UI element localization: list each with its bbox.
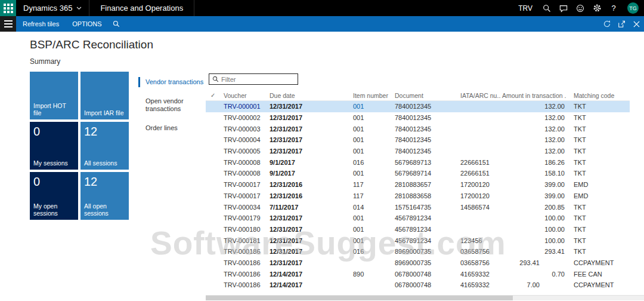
nav-item-open-vendor-transactions[interactable]: Open vendor transactions <box>138 96 204 114</box>
cell-document: 4567891234 <box>394 226 459 233</box>
table-row[interactable]: TRV-00018612/31/201701689690007350365875… <box>206 246 630 257</box>
feedback-button[interactable] <box>572 0 589 16</box>
cell-due-date: 12/14/2017 <box>268 281 352 288</box>
cell-item-number: 890 <box>352 271 394 278</box>
filter-search-icon <box>212 76 219 82</box>
cell-voucher: TRV-000181 <box>222 237 268 244</box>
app-name-menu[interactable]: Dynamics 365 <box>16 0 89 16</box>
close-button[interactable] <box>629 16 644 32</box>
close-icon <box>633 21 640 27</box>
cell-matching-code: TKT <box>566 204 630 211</box>
cell-document: 7840012345 <box>394 148 459 155</box>
cell-matching-code: TKT <box>566 114 630 121</box>
cell-document: 0678000748 <box>394 281 459 288</box>
cell-iata-arc: 03658756 <box>459 248 501 255</box>
tile-count: 12 <box>84 175 125 188</box>
filter-box[interactable] <box>209 73 298 85</box>
column-header-item-number[interactable]: Item number <box>352 92 394 99</box>
select-all-icon[interactable]: ✓ <box>206 92 222 99</box>
tile-my-sessions[interactable]: 0 My sessions <box>30 122 78 170</box>
tile-my-open-sessions[interactable]: 0 My open sessions <box>30 172 78 220</box>
cell-matching-code: TKT <box>566 125 630 133</box>
table-row[interactable]: TRV-00000212/31/20170017840012345132.00T… <box>206 112 630 124</box>
filter-input[interactable] <box>221 76 293 83</box>
search-button[interactable] <box>538 0 555 16</box>
side-nav: Vendor transactions Open vendor transact… <box>138 77 204 142</box>
cell-voucher: TRV-000186 <box>222 281 268 288</box>
module-name[interactable]: Finance and Operations <box>89 0 194 16</box>
hamburger-menu-icon[interactable] <box>0 16 16 32</box>
nav-item-order-lines[interactable]: Order lines <box>138 123 204 133</box>
cell-document: 8969000735 <box>394 248 459 255</box>
nav-item-vendor-transactions[interactable]: Vendor transactions <box>138 77 204 87</box>
cell-item-number: 001 <box>352 170 394 177</box>
company-picker[interactable]: TRV <box>512 4 538 13</box>
horizontal-scrollbar[interactable] <box>206 295 644 300</box>
column-header-matching-code[interactable]: Matching code <box>566 92 630 99</box>
chat-icon <box>559 4 568 13</box>
tile-import-iar-file[interactable]: Import IAR file <box>80 72 129 119</box>
column-header-iata-arc[interactable]: IATA/ARC nu... <box>459 92 501 99</box>
help-button[interactable]: ? <box>605 0 622 16</box>
cell-due-date: 12/31/2017 <box>268 259 352 266</box>
table-row[interactable]: TRV-00000412/31/20170017840012345132.00T… <box>206 134 630 146</box>
topbar-right-cluster: TRV ? TG <box>512 0 644 16</box>
cell-due-date: 12/31/2017 <box>268 248 352 255</box>
cell-voucher: TRV-000005 <box>222 148 268 155</box>
column-header-voucher[interactable]: Voucher <box>222 92 268 99</box>
column-header-amount-transaction[interactable]: Amount in transaction ... <box>501 92 566 99</box>
avatar[interactable]: TG <box>627 2 639 14</box>
refresh-button[interactable] <box>599 16 614 32</box>
refresh-tiles-button[interactable]: Refresh tiles <box>16 20 66 27</box>
table-row[interactable]: TRV-00018112/31/201700145678912341234561… <box>206 235 630 246</box>
actionbar-search-button[interactable] <box>109 16 124 32</box>
cell-document: 4567891234 <box>394 214 459 222</box>
tile-label: All sessions <box>84 159 125 167</box>
cell-matching-code: TKT <box>566 148 630 155</box>
cell-document: 7840012345 <box>394 136 459 143</box>
cell-document: 1575164735 <box>394 204 459 211</box>
table-row[interactable]: TRV-00001712/31/201611728108836581720012… <box>206 191 630 202</box>
cell-voucher: TRV-000034 <box>222 204 268 211</box>
column-header-document[interactable]: Document <box>394 92 459 99</box>
open-in-new-window-button[interactable] <box>614 16 629 32</box>
cell-voucher: TRV-000008 <box>222 170 268 177</box>
cell-due-date: 9/1/2017 <box>268 170 352 177</box>
table-row[interactable]: TRV-00000112/31/20170017840012345132.00T… <box>206 101 630 112</box>
cell-voucher[interactable]: TRV-000001 <box>222 103 268 110</box>
table-row[interactable]: TRV-0000089/1/20170015679689714226661511… <box>206 168 630 179</box>
table-row[interactable]: TRV-00000512/31/20170017840012345132.00T… <box>206 146 630 157</box>
table-row[interactable]: TRV-00018612/31/201789690007350365875629… <box>206 257 630 269</box>
table-row[interactable]: TRV-00017912/31/20170014567891234100.00T… <box>206 213 630 224</box>
table-row[interactable]: TRV-00001712/31/201611728108836571720012… <box>206 179 630 191</box>
app-launcher-waffle-icon[interactable] <box>0 0 16 16</box>
table-row[interactable]: TRV-00000312/31/20170017840012345132.00T… <box>206 123 630 134</box>
page-title: BSP/ARC Reconciliation <box>30 38 153 51</box>
options-menu[interactable]: OPTIONS <box>66 20 109 27</box>
cell-item-number: 001 <box>352 148 394 155</box>
scrollbar-thumb[interactable] <box>206 296 513 300</box>
column-header-due-date[interactable]: Due date <box>268 92 352 99</box>
tile-count: 0 <box>33 125 75 138</box>
tile-import-hot-file[interactable]: Import HOT file <box>30 72 78 119</box>
table-row[interactable]: TRV-00018012/31/20170014567891234100.00T… <box>206 224 630 235</box>
cell-item-number: 016 <box>352 248 394 255</box>
settings-button[interactable] <box>589 0 605 16</box>
cell-item-number: 001 <box>352 125 394 133</box>
cell-amount: 100.00 <box>541 226 566 233</box>
cell-document: 7840012345 <box>394 103 459 110</box>
cell-item-number: 001 <box>352 214 394 222</box>
app-name-label: Dynamics 365 <box>23 4 72 13</box>
cell-iata-arc: 17200120 <box>459 181 501 188</box>
table-row[interactable]: TRV-00018612/14/20170678000748416593327.… <box>206 280 630 291</box>
tile-all-open-sessions[interactable]: 12 All open sessions <box>80 172 129 220</box>
tile-all-sessions[interactable]: 12 All sessions <box>80 122 129 170</box>
messages-button[interactable] <box>555 0 572 16</box>
table-row[interactable]: TRV-0000347/11/2017014157516473514586574… <box>206 201 630 213</box>
cell-due-date: 12/31/2017 <box>268 103 352 110</box>
cell-item-number[interactable]: 001 <box>352 103 394 110</box>
table-row[interactable]: TRV-0000089/1/20170165679689713226661511… <box>206 156 630 168</box>
cell-document: 7840012345 <box>394 125 459 133</box>
cell-amount: 186.26 <box>541 159 566 166</box>
table-row[interactable]: TRV-00018612/14/201789006780007484165933… <box>206 268 630 280</box>
